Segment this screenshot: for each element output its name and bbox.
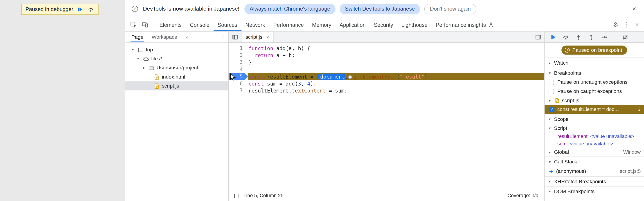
code-text-line-3[interactable]: }	[248, 59, 544, 66]
section-watch[interactable]: ▸ Watch	[544, 58, 644, 68]
section-breakpoints[interactable]: ▾ Breakpoints	[544, 68, 644, 78]
code-token: a + b;	[273, 52, 295, 58]
pause-uncaught-checkbox[interactable]	[549, 80, 554, 85]
close-devtools-button[interactable]: ×	[632, 18, 642, 31]
editor-tab-bar: script.js ×	[229, 32, 544, 43]
tab-label: Sources	[218, 22, 237, 28]
tree-item-file[interactable]: ▾file://	[125, 54, 228, 63]
tab-security[interactable]: Security	[370, 18, 397, 31]
file-tab-label: script.js	[246, 34, 262, 40]
breakpoint-checkbox[interactable]	[549, 107, 554, 112]
scope-script-group[interactable]: ▾ Script	[544, 124, 644, 132]
resume-script-button[interactable]	[550, 34, 556, 40]
breakpoints-label: Breakpoints	[554, 70, 581, 76]
tab-network[interactable]: Network	[242, 18, 269, 31]
code-token: =	[307, 74, 316, 80]
line-number-2[interactable]: 2	[229, 52, 248, 59]
code-token: }	[248, 60, 252, 66]
expand-arrow-icon[interactable]: ▾	[130, 48, 135, 52]
line-number-1[interactable]: 1	[229, 45, 248, 52]
scope-global-row[interactable]: ▸ Global Window	[544, 148, 644, 156]
devtools-window: i DevTools is now available in Japanese!…	[125, 0, 644, 201]
expand-arrow-icon[interactable]: ▾	[136, 57, 140, 61]
line-number-4[interactable]: 4	[229, 66, 248, 73]
code-area[interactable]: 1function add(a, b) {2 return a + b;3}45…	[229, 43, 544, 190]
section-xhr-breakpoints[interactable]: ▸ XHR/fetch Breakpoints	[544, 176, 644, 186]
notification-close-button[interactable]: ×	[629, 4, 639, 14]
tree-item-label: file://	[151, 56, 162, 62]
cursor-position-label: Line 5, Column 25	[244, 193, 284, 199]
tab-performance-insights[interactable]: Performance insights	[432, 18, 498, 31]
navigator-tree: ▾top▾file://▾Users/user/projectindex.htm…	[125, 43, 228, 90]
notification-message: DevTools is now available in Japanese!	[143, 6, 240, 12]
tab-sources[interactable]: Sources	[214, 18, 242, 31]
breakpoint-file-group[interactable]: ▾ script.js	[544, 96, 644, 105]
navigator-menu-button[interactable]: ⋮	[218, 32, 228, 42]
tab-label: Performance	[273, 22, 304, 28]
line-number-3[interactable]: 3	[229, 59, 248, 66]
toolbar-right-controls: ⚙ ⋮ ×	[610, 18, 644, 31]
file-tab-script-js[interactable]: script.js ×	[241, 32, 274, 42]
inspect-button[interactable]	[128, 18, 139, 31]
tab-application[interactable]: Application	[336, 18, 370, 31]
settings-button[interactable]: ⚙	[610, 18, 621, 31]
section-dom-breakpoints[interactable]: ▸ DOM Breakpoints	[544, 186, 644, 196]
tree-item-users-user-project[interactable]: ▾Users/user/project	[125, 63, 228, 72]
code-text-line-1[interactable]: function add(a, b) {	[248, 45, 544, 52]
step-into-button[interactable]	[575, 34, 582, 40]
tab-lighthouse[interactable]: Lighthouse	[397, 18, 432, 31]
deactivate-breakpoints-button[interactable]	[622, 34, 628, 40]
variable-separator: :	[566, 141, 569, 147]
tab-label: Elements	[159, 22, 182, 28]
call-stack-frame[interactable]: (anonymous) script.js:5	[544, 166, 644, 176]
switch-to-japanese-button[interactable]: Switch DevTools to Japanese	[340, 4, 420, 14]
toggle-debugger-button[interactable]	[532, 32, 544, 42]
notification-bar: i DevTools is now available in Japanese!…	[125, 0, 644, 18]
tree-item-index-html[interactable]: index.html	[125, 72, 228, 81]
section-call-stack[interactable]: ▾ Call Stack	[544, 156, 644, 166]
execution-position-marker	[316, 74, 320, 79]
step-over-button[interactable]	[562, 34, 569, 40]
line-number-7[interactable]: 7	[229, 87, 248, 94]
pretty-print-button[interactable]: { }	[234, 193, 240, 198]
tab-page[interactable]: Page	[130, 32, 144, 42]
section-scope[interactable]: ▾ Scope	[544, 114, 644, 124]
tab-memory[interactable]: Memory	[308, 18, 335, 31]
code-line-4: 4	[229, 66, 544, 73]
banner-resume-button[interactable]	[76, 6, 84, 12]
code-text-line-5[interactable]: const resultElement = document.getElemen…	[248, 73, 544, 80]
tree-item-top[interactable]: ▾top	[125, 45, 228, 54]
tab-elements[interactable]: Elements	[155, 18, 186, 31]
pause-caught-checkbox[interactable]	[549, 88, 554, 94]
device-toolbar-button[interactable]	[139, 18, 151, 31]
code-token: return	[255, 52, 273, 58]
tab-performance[interactable]: Performance	[269, 18, 308, 31]
tab-workspace[interactable]: Workspace	[151, 32, 178, 42]
always-match-language-button[interactable]: Always match Chrome's language	[244, 4, 336, 14]
expand-arrow-icon[interactable]: ▾	[141, 66, 146, 70]
code-text-line-6[interactable]: const sum = add(3, 4);	[248, 80, 544, 87]
code-token: getElementById	[353, 74, 396, 80]
code-text-line-2[interactable]: return a + b;	[248, 52, 544, 59]
pause-caught-exceptions-row[interactable]: Pause on caught exceptions	[544, 87, 644, 96]
code-text-line-7[interactable]: resultElement.textContent = sum;	[248, 87, 544, 94]
step-button[interactable]	[600, 34, 607, 40]
scope-variable-resultelement[interactable]: resultElement: <value unavailable>	[544, 133, 644, 140]
breakpoint-entry[interactable]: const resultElement = doc… 5	[544, 105, 644, 114]
more-options-button[interactable]: ⋮	[621, 18, 632, 31]
step-out-button[interactable]	[588, 34, 594, 40]
pause-uncaught-exceptions-row[interactable]: Pause on uncaught exceptions	[544, 78, 644, 87]
debugger-toolbar	[544, 32, 644, 43]
tree-item-script-js[interactable]: script.js	[125, 81, 228, 90]
banner-step-over-button[interactable]	[87, 6, 95, 12]
resume-icon	[550, 34, 556, 40]
more-tabs-button[interactable]: »	[184, 32, 189, 42]
code-text-line-4[interactable]	[248, 66, 544, 73]
chevron-right-icon: ▸	[548, 150, 552, 154]
tab-console[interactable]: Console	[186, 18, 214, 31]
toggle-navigator-button[interactable]	[229, 32, 241, 42]
scope-variable-sum[interactable]: sum: <value unavailable>	[544, 140, 644, 148]
dont-show-again-button[interactable]: Don't show again	[424, 4, 476, 14]
close-icon: ×	[632, 5, 636, 12]
file-tab-close-button[interactable]: ×	[266, 34, 269, 40]
